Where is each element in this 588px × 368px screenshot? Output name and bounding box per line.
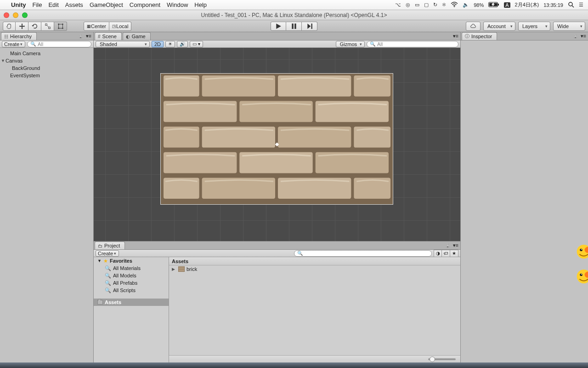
menu-assets[interactable]: Assets <box>65 1 83 8</box>
filter-by-label-button[interactable]: 🏷 <box>442 250 450 257</box>
window-titlebar[interactable]: Untitled - Test_001 - PC, Mac & Linux St… <box>0 10 588 20</box>
tray-bluetooth-icon[interactable]: ✱ <box>442 2 446 8</box>
step-button[interactable] <box>302 22 317 31</box>
project-breadcrumb[interactable]: Assets <box>169 257 460 265</box>
inspector-tab[interactable]: ⓘInspector <box>462 32 497 40</box>
rotate-tool-button[interactable] <box>28 22 41 31</box>
inspector-lock-icon[interactable] <box>573 33 578 39</box>
menu-file[interactable]: File <box>33 1 42 8</box>
menu-gameobject[interactable]: GameObject <box>90 1 123 8</box>
project-create-label: Create <box>98 251 113 256</box>
move-tool-button[interactable] <box>16 22 28 31</box>
tray-input-badge[interactable]: A <box>504 2 510 8</box>
overlay-sticker-icon <box>573 269 588 284</box>
layout-dropdown[interactable]: Wide <box>553 22 585 31</box>
cloud-button[interactable] <box>466 22 481 31</box>
game-tab[interactable]: ◐Game <box>123 32 151 40</box>
favorites-header[interactable]: ▼★Favorites <box>94 257 169 264</box>
scene-search[interactable]: 🔍All <box>367 41 458 47</box>
hierarchy-tree[interactable]: Main Camera ▼Canvas BackGround EventSyst… <box>0 48 93 362</box>
hierarchy-item[interactable]: EventSystem <box>0 72 93 79</box>
favorite-item[interactable]: 🔍All Scripts <box>94 287 169 294</box>
pause-button[interactable] <box>286 22 302 31</box>
search-icon: 🔍 <box>30 41 36 46</box>
app-menu[interactable]: Unity <box>11 1 26 8</box>
2d-toggle-button[interactable]: 2D <box>152 41 164 47</box>
hand-tool-button[interactable] <box>3 22 16 31</box>
tray-volume-icon[interactable]: 🔈 <box>463 2 469 8</box>
assets-folder[interactable]: Assets <box>94 299 169 306</box>
scene-view[interactable] <box>94 48 460 241</box>
tray-spotlight-icon[interactable] <box>568 1 574 9</box>
asset-item[interactable]: ▶ brick <box>169 265 460 273</box>
scene-tab[interactable]: #Scene <box>95 32 122 40</box>
overlay-sticker-icon <box>573 244 588 259</box>
gizmos-dropdown[interactable]: Gizmos <box>336 41 365 47</box>
scene-lighting-button[interactable]: ☀ <box>165 41 175 47</box>
project-create-dropdown[interactable]: Create <box>96 250 119 257</box>
hierarchy-item[interactable]: Main Camera <box>0 50 93 57</box>
thumbnail-size-slider[interactable] <box>428 358 456 360</box>
tray-cc-icon[interactable]: ◎ <box>406 2 410 8</box>
minimize-window-button[interactable] <box>13 12 18 18</box>
tray-timemachine-icon[interactable]: ↻ <box>433 2 437 8</box>
menu-help[interactable]: Help <box>194 1 207 8</box>
svg-point-10 <box>58 23 59 25</box>
scene-audio-button[interactable]: 🔊 <box>177 41 188 47</box>
scale-tool-button[interactable] <box>41 22 54 31</box>
svg-rect-2 <box>498 4 499 6</box>
rect-tool-button[interactable] <box>54 22 67 31</box>
project-folder-tree[interactable]: ▼★Favorites 🔍All Materials 🔍All Models 🔍… <box>94 257 169 362</box>
save-search-button[interactable]: ★ <box>450 250 458 257</box>
favorite-item[interactable]: 🔍All Models <box>94 272 169 279</box>
pivot-toggle-button[interactable]: ▦ Center <box>84 22 109 31</box>
expand-arrow-icon[interactable]: ▼ <box>1 58 6 63</box>
draw-mode-dropdown[interactable]: Shaded <box>96 41 150 47</box>
close-window-button[interactable] <box>4 12 9 18</box>
project-context-menu[interactable]: ▾≡ <box>453 242 458 248</box>
project-search[interactable]: 🔍 <box>294 250 432 257</box>
zoom-window-button[interactable] <box>22 12 28 18</box>
hierarchy-context-menu[interactable]: ▾≡ <box>86 33 91 39</box>
tray-app-icon[interactable]: ⌥ <box>395 2 401 8</box>
tray-battery-icon[interactable] <box>488 2 499 8</box>
hierarchy-search[interactable]: 🔍All <box>27 41 91 47</box>
handle-space-button[interactable]: ◳ Local <box>109 22 131 31</box>
hierarchy-item[interactable]: BackGround <box>0 64 93 72</box>
tray-display-icon[interactable]: ▢ <box>424 2 429 8</box>
project-tab[interactable]: 🗀Project <box>95 242 125 249</box>
tray-notification-icon[interactable]: ☰ <box>579 2 583 8</box>
project-lock-icon[interactable] <box>445 242 450 248</box>
filter-by-type-button[interactable]: ◑ <box>434 250 442 257</box>
expand-arrow-icon[interactable]: ▼ <box>97 259 102 263</box>
game-icon: ◐ <box>126 34 130 39</box>
menu-component[interactable]: Component <box>130 1 160 8</box>
layers-dropdown[interactable]: Layers <box>518 22 550 31</box>
tray-time[interactable]: 13:35:19 <box>543 2 563 8</box>
hierarchy-create-dropdown[interactable]: Create <box>2 41 25 47</box>
tray-date[interactable]: 2月4日(木) <box>515 1 539 8</box>
tray-wifi-icon[interactable] <box>451 2 458 8</box>
menu-window[interactable]: Window <box>167 1 188 8</box>
macos-menu-bar: Unity File Edit Assets GameObject Compon… <box>0 0 588 10</box>
hierarchy-lock-icon[interactable] <box>78 33 83 39</box>
play-button[interactable] <box>271 22 286 31</box>
expand-arrow-icon[interactable]: ▶ <box>172 267 176 271</box>
scene-context-menu[interactable]: ▾≡ <box>453 33 458 39</box>
inspector-context-menu[interactable]: ▾≡ <box>581 33 586 39</box>
hierarchy-tab[interactable]: ☷Hierarchy <box>1 32 37 40</box>
gizmos-label: Gizmos <box>340 41 357 47</box>
hierarchy-icon: ☷ <box>4 34 8 39</box>
layout-label: Wide <box>557 23 569 29</box>
transform-tools <box>3 22 67 31</box>
hierarchy-item[interactable]: ▼Canvas <box>0 57 93 64</box>
account-dropdown[interactable]: Account <box>483 22 515 31</box>
canvas-rect[interactable] <box>160 73 393 205</box>
menu-edit[interactable]: Edit <box>48 1 58 8</box>
scene-fx-dropdown[interactable]: ▭ ▾ <box>190 41 203 47</box>
window-traffic-lights <box>4 12 28 18</box>
project-asset-list[interactable]: ▶ brick <box>169 265 460 355</box>
favorite-item[interactable]: 🔍All Prefabs <box>94 279 169 287</box>
tray-airplay-icon[interactable]: ▭ <box>415 2 419 8</box>
favorite-item[interactable]: 🔍All Materials <box>94 264 169 272</box>
